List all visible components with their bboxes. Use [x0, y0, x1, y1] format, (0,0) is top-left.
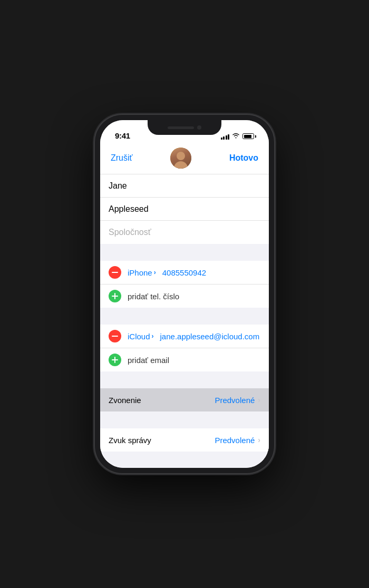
message-sound-chevron-icon: › [258, 436, 260, 444]
message-sound-value: Predvolené [215, 436, 255, 445]
add-phone-row[interactable]: pridať tel. číslo [100, 285, 269, 308]
add-email-button[interactable] [109, 354, 121, 366]
add-phone-label: pridať tel. číslo [128, 292, 179, 301]
cancel-button[interactable]: Zrušiť [111, 153, 133, 163]
phone-value[interactable]: 4085550942 [162, 268, 260, 277]
bottom-gap [100, 452, 269, 462]
email-type-chevron-icon: › [152, 332, 154, 340]
gap-2 [100, 308, 269, 325]
ringtone-chevron-icon: › [258, 396, 260, 404]
message-sound-section: Zvuk správy Predvolené › [100, 428, 269, 452]
message-sound-label: Zvuk správy [109, 436, 215, 445]
speaker [168, 126, 194, 129]
phone-screen: 9:41 [100, 120, 269, 468]
remove-email-button[interactable] [109, 330, 121, 342]
content-area: Spoločnosť iPhone › 4085550942 pridať te… [100, 174, 269, 468]
nav-bar: Zrušiť Hotovo [100, 143, 269, 174]
phone-type-chevron-icon: › [154, 269, 156, 276]
done-button[interactable]: Hotovo [229, 153, 258, 163]
add-email-row[interactable]: pridať email [100, 348, 269, 371]
message-sound-row[interactable]: Zvuk správy Predvolené › [100, 428, 269, 452]
notch [148, 120, 221, 135]
email-row[interactable]: iCloud › jane.appleseed@icloud.com [100, 325, 269, 348]
phone-section: iPhone › 4085550942 pridať tel. číslo [100, 261, 269, 308]
ringtone-row[interactable]: Zvonenie Predvolené › [100, 388, 269, 411]
wifi-icon [232, 132, 240, 140]
avatar[interactable] [170, 148, 191, 169]
last-name-input[interactable] [109, 204, 260, 214]
phone-type-label[interactable]: iPhone › [128, 268, 156, 277]
signal-bars-icon [221, 133, 230, 140]
email-type-label[interactable]: iCloud › [128, 332, 154, 341]
gap-3 [100, 371, 269, 388]
first-name-field[interactable] [100, 174, 269, 198]
phone-frame: 9:41 [95, 115, 274, 473]
remove-phone-button[interactable] [109, 266, 121, 279]
email-value[interactable]: jane.appleseed@icloud.com [160, 332, 260, 341]
email-section: iCloud › jane.appleseed@icloud.com prida… [100, 325, 269, 371]
ringtone-label: Zvonenie [109, 396, 215, 405]
first-name-input[interactable] [109, 181, 260, 191]
company-field[interactable]: Spoločnosť [100, 221, 269, 244]
name-section: Spoločnosť [100, 174, 269, 244]
status-icons [221, 132, 255, 140]
ringtone-value: Predvolené [215, 396, 255, 405]
battery-icon [242, 133, 254, 139]
add-phone-button[interactable] [109, 290, 121, 302]
last-name-field[interactable] [100, 198, 269, 221]
status-time: 9:41 [115, 131, 130, 140]
phone-row[interactable]: iPhone › 4085550942 [100, 261, 269, 285]
camera [197, 125, 201, 130]
company-placeholder: Spoločnosť [109, 228, 260, 237]
ringtone-section: Zvonenie Predvolené › [100, 388, 269, 411]
gap-4 [100, 411, 269, 428]
add-email-label: pridať email [128, 356, 169, 365]
gap-1 [100, 244, 269, 261]
